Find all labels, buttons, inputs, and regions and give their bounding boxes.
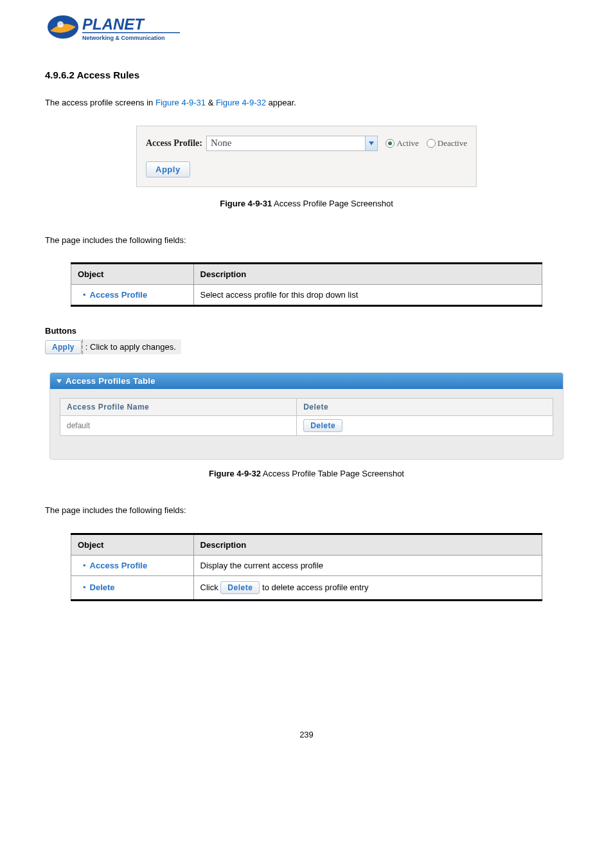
apply-description: : Click to apply changes. <box>82 339 181 354</box>
svg-point-1 <box>57 21 64 28</box>
col-object: Object <box>71 534 194 555</box>
panel-header[interactable]: Access Profiles Table <box>50 373 563 389</box>
page-number: 239 <box>45 730 568 739</box>
access-profile-select-value: None <box>207 136 365 150</box>
fields-table-1: Object Description •Access Profile Selec… <box>71 262 542 307</box>
table-row: •Delete Click Delete to delete access pr… <box>71 575 542 600</box>
table-row: •Access Profile Select access profile fo… <box>71 285 542 306</box>
col-profile-name: Access Profile Name <box>60 399 297 416</box>
table-row: •Access Profile Display the current acce… <box>71 555 542 575</box>
table-row: default Delete <box>60 416 553 436</box>
radio-deactive[interactable]: Deactive <box>427 138 467 149</box>
chevron-down-icon <box>365 136 377 150</box>
access-profile-select[interactable]: None <box>206 136 378 151</box>
buttons-heading: Buttons <box>45 326 568 336</box>
figure-caption-1: Figure 4-9-31 Access Profile Page Screen… <box>45 199 568 208</box>
apply-button[interactable]: Apply <box>146 161 190 177</box>
col-description: Description <box>193 534 542 555</box>
fields-table-2: Object Description •Access Profile Displ… <box>71 533 542 601</box>
logo: PLANET Networking & Communication <box>45 13 568 50</box>
col-object: Object <box>71 264 194 285</box>
svg-rect-2 <box>82 32 180 33</box>
figure-link-2[interactable]: Figure 4-9-32 <box>216 98 266 107</box>
logo-brand: PLANET <box>82 15 145 33</box>
profile-name-cell: default <box>60 416 297 436</box>
delete-button[interactable]: Delete <box>303 419 342 432</box>
fields-intro-2: The page includes the following fields: <box>45 504 568 517</box>
figure-caption-2: Figure 4-9-32 Access Profile Table Page … <box>45 469 568 478</box>
access-profile-panel: Access Profile: None Active Deactive App… <box>136 125 477 187</box>
figure-link-1[interactable]: Figure 4-9-31 <box>155 98 206 107</box>
access-profiles-table-panel: Access Profiles Table Access Profile Nam… <box>49 372 564 460</box>
fields-intro-1: The page includes the following fields: <box>45 234 568 247</box>
logo-tagline: Networking & Communication <box>82 35 165 41</box>
buttons-description-row: Apply : Click to apply changes. <box>45 339 568 354</box>
col-delete: Delete <box>297 399 553 416</box>
radio-active[interactable]: Active <box>386 138 419 149</box>
chevron-down-icon <box>57 379 62 384</box>
apply-button-sample[interactable]: Apply <box>45 340 82 354</box>
access-profile-label: Access Profile: <box>146 138 202 149</box>
delete-button-sample[interactable]: Delete <box>220 581 260 594</box>
intro-paragraph: The access profile screens in Figure 4-9… <box>45 96 568 109</box>
section-heading: 4.9.6.2 Access Rules <box>45 69 568 80</box>
col-description: Description <box>193 264 542 285</box>
